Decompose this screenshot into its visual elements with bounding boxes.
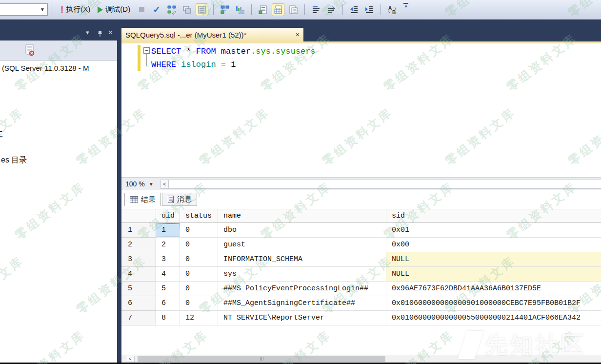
sid-cell[interactable]: 0x00 bbox=[386, 238, 601, 252]
status-cell[interactable]: 0 bbox=[180, 296, 218, 311]
sql-text: SELECT * FROM master.sys.sysusers WHERE … bbox=[151, 45, 316, 71]
row-number-cell[interactable]: 4 bbox=[121, 267, 156, 282]
uid-cell[interactable]: 2 bbox=[156, 238, 180, 252]
results-to-file-button[interactable] bbox=[287, 3, 300, 16]
column-header-status[interactable]: status bbox=[180, 209, 218, 223]
table-row: 7812NT SERVICE\ReportServer0x01060000000… bbox=[121, 311, 601, 325]
decrease-indent-button[interactable] bbox=[348, 3, 361, 16]
uid-cell[interactable]: 6 bbox=[156, 296, 180, 311]
parse-button[interactable]: ✓ bbox=[150, 3, 163, 16]
row-number-cell[interactable]: 3 bbox=[121, 252, 156, 267]
tree-item-fragment[interactable]: 库 bbox=[0, 130, 3, 140]
status-cell[interactable]: 0 bbox=[180, 267, 218, 282]
status-cell[interactable]: 0 bbox=[180, 282, 218, 296]
tab-results[interactable]: 结果 bbox=[124, 193, 161, 206]
editor-zoom-select[interactable]: 100 % ▼ bbox=[121, 180, 158, 188]
name-cell[interactable]: ##MS_AgentSigningCertificate## bbox=[218, 296, 386, 311]
name-cell[interactable]: ##MS_PolicyEventProcessingLogin## bbox=[218, 282, 386, 296]
column-header-sid[interactable]: sid bbox=[386, 209, 601, 223]
sql-space bbox=[226, 60, 231, 69]
stop-button[interactable] bbox=[135, 3, 148, 16]
uid-cell[interactable]: 5 bbox=[156, 282, 180, 296]
sid-cell[interactable]: 0x010600000000000550000000214401ACF066EA… bbox=[386, 311, 601, 325]
decrease-indent-icon bbox=[349, 5, 359, 15]
comment-out-button[interactable] bbox=[310, 3, 322, 16]
column-header-name[interactable]: name bbox=[218, 209, 386, 223]
sid-cell[interactable]: 0x010600000000000901000000CEBC7E95FB0B01… bbox=[386, 296, 601, 311]
sql-editor[interactable]: − SELECT * FROM master.sys.sysusers WHER… bbox=[121, 43, 601, 177]
server-node[interactable]: (SQL Server 11.0.3128 - M bbox=[0, 61, 117, 75]
results-pane-toggle-button[interactable] bbox=[196, 3, 208, 16]
results-to-text-button[interactable] bbox=[257, 3, 269, 16]
uncomment-icon bbox=[326, 5, 336, 15]
column-header-uid[interactable]: uid bbox=[156, 209, 180, 223]
table-row: 660##MS_AgentSigningCertificate##0x01060… bbox=[121, 296, 601, 311]
tab-messages-label: 消息 bbox=[177, 195, 192, 204]
panel-splitter[interactable] bbox=[117, 28, 121, 364]
execution-plan-button[interactable] bbox=[219, 3, 231, 16]
table-row: 220guest0x00 bbox=[121, 238, 601, 252]
query-designer-button[interactable] bbox=[180, 3, 193, 16]
scrollbar-thumb[interactable] bbox=[138, 356, 385, 362]
sid-cell[interactable]: NULL bbox=[386, 252, 601, 267]
name-cell[interactable]: dbo bbox=[218, 223, 386, 238]
increase-indent-button[interactable] bbox=[363, 3, 376, 16]
uid-cell[interactable]: 3 bbox=[156, 252, 180, 267]
uncomment-button[interactable] bbox=[325, 3, 338, 16]
row-number-cell[interactable]: 1 bbox=[121, 223, 156, 238]
uid-cell[interactable]: 8 bbox=[156, 311, 180, 325]
object-explorer-titlebar: ▾ ✕ bbox=[0, 28, 117, 40]
execute-label: 执行(X) bbox=[66, 5, 90, 14]
sid-cell[interactable]: 0x96AE7673F62DBD41AAA36A6B0137ED5E bbox=[386, 282, 601, 296]
row-number-cell[interactable]: 7 bbox=[121, 311, 156, 325]
increase-indent-icon bbox=[364, 5, 374, 15]
pin-icon[interactable] bbox=[97, 30, 103, 37]
client-statistics-button[interactable] bbox=[234, 3, 246, 16]
status-cell[interactable]: 0 bbox=[180, 238, 218, 252]
toolbar-separator bbox=[213, 4, 214, 15]
change-case-ab-icon: AB bbox=[387, 5, 397, 15]
execute-button[interactable]: ! 执行(X) bbox=[58, 3, 93, 17]
disconnect-icon[interactable] bbox=[23, 43, 36, 57]
specify-template-parameters-button[interactable] bbox=[165, 3, 178, 16]
stop-icon bbox=[139, 7, 144, 12]
document-tab[interactable]: SQLQuery5.sql -...er (MyUser1 (52))* × bbox=[121, 28, 303, 41]
change-case-button[interactable]: AB bbox=[386, 3, 399, 16]
uid-cell[interactable]: 4 bbox=[156, 267, 180, 282]
sid-cell[interactable]: 0x01 bbox=[386, 223, 601, 238]
results-to-grid-button[interactable] bbox=[272, 3, 284, 16]
row-number-cell[interactable]: 5 bbox=[121, 282, 156, 296]
name-cell[interactable]: sys bbox=[218, 267, 386, 282]
debug-button[interactable]: 调试(D) bbox=[95, 3, 133, 17]
results-hscrollbar[interactable]: < bbox=[121, 355, 601, 363]
toolbar-overflow-button[interactable]: ▾ bbox=[401, 3, 411, 17]
panel-menu-chevron-icon[interactable]: ▾ bbox=[86, 29, 89, 36]
close-icon[interactable]: ✕ bbox=[108, 29, 113, 36]
tab-results-label: 结果 bbox=[141, 195, 156, 204]
grid-corner-cell[interactable] bbox=[121, 209, 156, 223]
status-cell[interactable]: 0 bbox=[180, 223, 218, 238]
name-cell[interactable]: guest bbox=[218, 238, 386, 252]
status-cell[interactable]: 12 bbox=[180, 311, 218, 325]
row-number-cell[interactable]: 6 bbox=[121, 296, 156, 311]
sql-space bbox=[216, 47, 221, 56]
close-icon[interactable]: × bbox=[292, 31, 300, 39]
parse-check-icon: ✓ bbox=[153, 5, 160, 14]
results-grid: uid status name sid 110dbo0x01220guest0x… bbox=[121, 209, 601, 325]
sid-cell[interactable]: NULL bbox=[386, 267, 601, 282]
results-panel: 结果 消息 uid status name sid 110dbo0x01220g… bbox=[121, 190, 601, 363]
tree-item-fragment[interactable]: es 目录 bbox=[1, 155, 27, 165]
name-cell[interactable]: INFORMATION_SCHEMA bbox=[218, 252, 386, 267]
results-to-grid-icon bbox=[273, 5, 283, 15]
status-cell[interactable]: 0 bbox=[180, 252, 218, 267]
name-cell[interactable]: NT SERVICE\ReportServer bbox=[218, 311, 386, 325]
tab-messages[interactable]: 消息 bbox=[162, 193, 197, 206]
available-databases-combo[interactable]: ▼ bbox=[0, 3, 48, 16]
row-number-cell[interactable]: 2 bbox=[121, 238, 156, 252]
scroll-left-button[interactable]: < bbox=[126, 356, 135, 362]
results-pane-icon bbox=[197, 5, 207, 15]
editor-hscroll-track[interactable] bbox=[169, 180, 601, 189]
editor-hscroll-left-button[interactable]: < bbox=[160, 180, 169, 189]
uid-cell[interactable]: 1 bbox=[156, 223, 180, 238]
code-fold-toggle[interactable]: − bbox=[143, 47, 150, 54]
